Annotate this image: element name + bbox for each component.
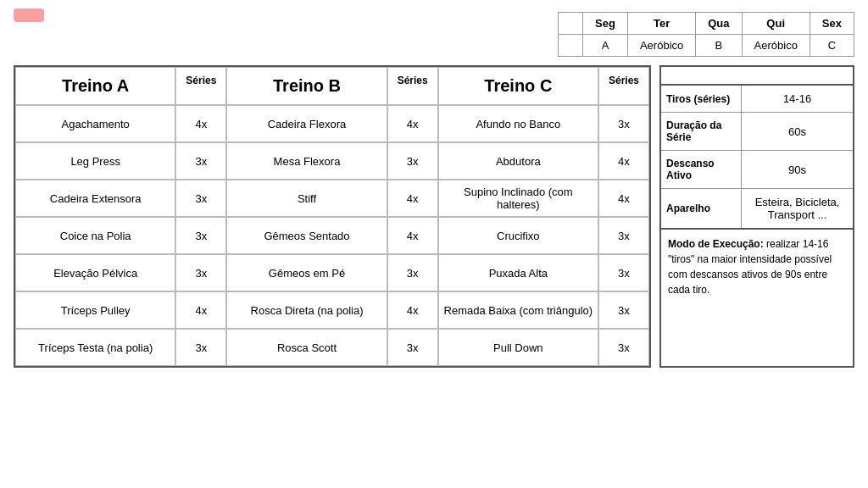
series-C-5: 3x	[598, 291, 649, 329]
schedule-value-0: A	[583, 35, 628, 57]
exercise-B-1: Mesa Flexora	[226, 142, 387, 180]
schedule-day-sex: Sex	[810, 13, 854, 35]
aerobico-label-1: Duração da Série	[661, 113, 742, 150]
exercise-A-4: Elevação Pélvica	[15, 254, 175, 291]
exercise-C-5: Remada Baixa (com triângulo)	[438, 291, 598, 329]
exercise-A-6: Tríceps Testa (na polia)	[15, 329, 175, 366]
exercise-B-3: Gêmeos Sentado	[226, 217, 387, 254]
exercise-C-6: Pull Down	[438, 329, 598, 366]
schedule-value-1: Aeróbico	[627, 35, 695, 57]
title-box	[14, 8, 44, 22]
series-B-4: 3x	[387, 254, 438, 291]
schedule-value-3: Aeróbico	[742, 35, 810, 57]
treino-A-header: Treino A	[15, 67, 175, 105]
aerobico-value-1: 60s	[742, 113, 853, 150]
schedule-day-qui: Qui	[742, 13, 810, 35]
exercise-C-3: Crucifixo	[438, 217, 598, 254]
exercise-B-0: Cadeira Flexora	[226, 105, 387, 142]
schedule-table: SegTerQuaQuiSex AAeróbicoBAeróbicoC	[558, 12, 854, 57]
exercise-C-1: Abdutora	[438, 142, 598, 180]
aerobico-row-3: AparelhoEsteira, Bicicleta, Transport ..…	[661, 189, 853, 228]
exercise-A-2: Cadeira Extensora	[15, 180, 175, 217]
aerobico-row-1: Duração da Série60s	[661, 113, 853, 151]
aerobico-row-0: Tiros (séries)14-16	[661, 86, 853, 113]
series-B-5: 4x	[387, 291, 438, 329]
aerobico-value-3: Esteira, Bicicleta, Transport ...	[742, 189, 853, 228]
series-B-2: 4x	[387, 180, 438, 217]
exercise-A-3: Coice na Polia	[15, 217, 175, 254]
workout-section: Treino ASériesTreino BSériesTreino CSéri…	[14, 65, 651, 368]
exercise-B-2: Stiff	[226, 180, 387, 217]
exercise-B-4: Gêmeos em Pé	[226, 254, 387, 291]
schedule-day-seg: Seg	[583, 13, 628, 35]
main-content: Treino ASériesTreino BSériesTreino CSéri…	[14, 65, 854, 368]
exercise-A-1: Leg Press	[15, 142, 175, 180]
series-C-2: 4x	[598, 180, 649, 217]
series-A-5: 4x	[175, 291, 226, 329]
aerobico-value-0: 14-16	[742, 86, 853, 112]
exercise-B-5: Rosca Direta (na polia)	[226, 291, 387, 329]
series-A-3: 3x	[175, 217, 226, 254]
schedule-value-4: C	[810, 35, 854, 57]
treino-B-series-header: Séries	[387, 67, 438, 105]
series-C-0: 3x	[598, 105, 649, 142]
series-C-1: 4x	[598, 142, 649, 180]
series-B-1: 3x	[387, 142, 438, 180]
series-A-2: 3x	[175, 180, 226, 217]
treino-B-header: Treino B	[226, 67, 387, 105]
treino-C-series-header: Séries	[598, 67, 649, 105]
workout-grid: Treino ASériesTreino BSériesTreino CSéri…	[15, 67, 649, 366]
series-B-3: 4x	[387, 217, 438, 254]
schedule-week-label	[559, 35, 583, 57]
aerobico-section: Tiros (séries)14-16Duração da Série60sDe…	[659, 65, 854, 368]
series-A-4: 3x	[175, 254, 226, 291]
series-B-6: 3x	[387, 329, 438, 366]
schedule-day-ter: Ter	[627, 13, 695, 35]
schedule-day-qua: Qua	[696, 13, 742, 35]
exercise-B-6: Rosca Scott	[226, 329, 387, 366]
aerobico-note-bold: Modo de Execução:	[668, 238, 764, 250]
schedule-empty-header	[559, 13, 583, 35]
series-A-6: 3x	[175, 329, 226, 366]
series-C-6: 3x	[598, 329, 649, 366]
exercise-A-5: Tríceps Pulley	[15, 291, 175, 329]
aerobico-note: Modo de Execução: realizar 14-16 "tiros"…	[661, 228, 853, 304]
aerobico-label-3: Aparelho	[661, 189, 742, 228]
aerobico-label-0: Tiros (séries)	[661, 86, 742, 112]
series-C-4: 3x	[598, 254, 649, 291]
aerobico-label-2: Descanso Ativo	[661, 151, 742, 188]
exercise-C-4: Puxada Alta	[438, 254, 598, 291]
series-A-1: 3x	[175, 142, 226, 180]
aerobico-row-2: Descanso Ativo90s	[661, 151, 853, 189]
series-C-3: 3x	[598, 217, 649, 254]
aerobico-header	[661, 67, 853, 86]
treino-A-series-header: Séries	[175, 67, 226, 105]
schedule-value-2: B	[696, 35, 742, 57]
treino-C-header: Treino C	[438, 67, 598, 105]
exercise-C-0: Afundo no Banco	[438, 105, 598, 142]
exercise-A-0: Agachamento	[15, 105, 175, 142]
exercise-C-2: Supino Inclinado (com halteres)	[438, 180, 598, 217]
header-section: SegTerQuaQuiSex AAeróbicoBAeróbicoC	[14, 8, 854, 57]
aerobico-value-2: 90s	[742, 151, 853, 188]
series-A-0: 4x	[175, 105, 226, 142]
series-B-0: 4x	[387, 105, 438, 142]
